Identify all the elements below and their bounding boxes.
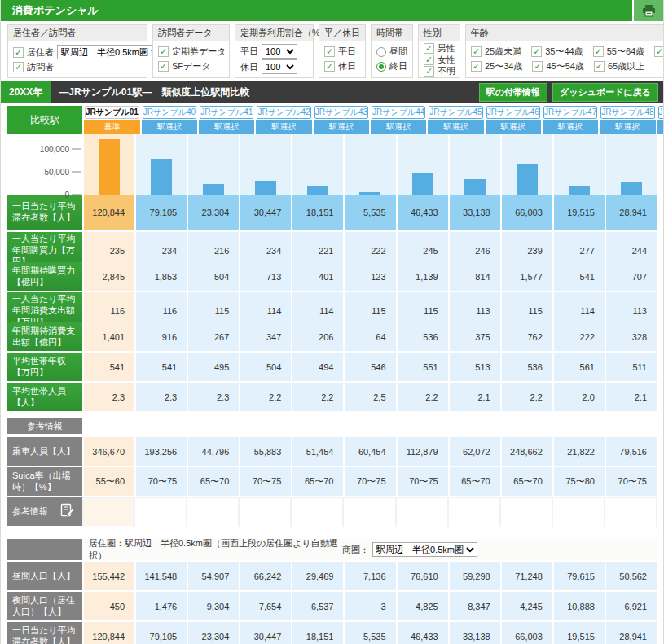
age-r1-0-checkbox[interactable]: ✓ (471, 46, 482, 57)
bottom-cell: 8,347 (448, 592, 500, 622)
trade-area-select[interactable]: 駅周辺 半径0.5km圏 (372, 542, 477, 557)
main-row-label: 年間期待購買力【億円】 (7, 262, 82, 292)
main-cell: 2.3 (187, 383, 239, 413)
station-tab-4[interactable]: JRサンプル44 (372, 106, 425, 119)
gender-0-checkbox[interactable]: ✓ (424, 43, 434, 54)
station-select-button-1[interactable]: 駅選択 (199, 120, 254, 134)
station-select-button-9[interactable]: 駅選択 (657, 120, 664, 134)
visitor-data-1-checkbox[interactable]: ✓ (158, 61, 169, 72)
chart-column-9 (552, 134, 605, 195)
timeband-radio-0[interactable] (376, 47, 386, 57)
visitor-data-0-checkbox[interactable]: ✓ (158, 46, 169, 57)
age-r2-1-checkbox[interactable]: ✓ (532, 61, 543, 72)
reference-row-1: Suica率（出場時）【%】55〜6070〜7565〜7070〜7565〜707… (7, 467, 657, 497)
station-header-row: 比較駅JRサンプル01基準JRサンプル40駅選択JRサンプル41駅選択JRサンプ… (7, 106, 657, 134)
ratio-select-1[interactable]: 100 (262, 59, 297, 74)
bottom-cell: 59,298 (448, 562, 500, 592)
main-cell: 267 (187, 322, 239, 353)
station-tab-base[interactable]: JRサンプル01 (85, 106, 139, 119)
chart-bar-7 (464, 179, 486, 195)
visitor-checkbox[interactable]: ✓ (13, 62, 24, 72)
station-tab-9[interactable]: JRサンプル49 (658, 106, 664, 119)
station-tab-1[interactable]: JRサンプル41 (200, 106, 253, 119)
station-tab-6[interactable]: JRサンプル46 (486, 106, 540, 119)
bottom-cell: 30,447 (239, 622, 291, 644)
chart-bar-10 (621, 182, 642, 195)
resident-checkbox[interactable]: ✓ (13, 47, 24, 58)
weekday-0-checkbox[interactable]: ✓ (324, 46, 335, 57)
age-r1-2-item: ✓55〜64歳 (593, 46, 644, 58)
station-info-button[interactable]: 駅の付帯情報 (479, 83, 547, 102)
bottom-cell: 450 (82, 592, 134, 622)
back-to-dashboard-button[interactable]: ダッシュボードに戻る (552, 83, 658, 102)
station-select-button-2[interactable]: 駅選択 (256, 120, 311, 134)
main-cell: 19,515 (552, 195, 605, 232)
gender-2-label: 不明 (438, 66, 455, 77)
station-tab-3[interactable]: JRサンプル43 (314, 106, 368, 119)
main-row-4: 年間期待消費支出額【億円】1,4019162673472066453637576… (7, 322, 657, 353)
chart-column-8 (500, 134, 552, 195)
residential-zone-select[interactable]: 駅周辺 半径0.5km圏 (57, 45, 162, 59)
station-select-button-6[interactable]: 駅選択 (486, 120, 541, 134)
age-r1-1-checkbox[interactable]: ✓ (531, 46, 542, 57)
main-row-5: 平均世帯年収【万円】541541495504494546551513536561… (7, 353, 657, 383)
visitor-data-1-label: SFデータ (172, 60, 211, 72)
timeband-radio-1[interactable] (376, 62, 386, 72)
station-select-button-8[interactable]: 駅選択 (600, 120, 655, 134)
main-cell: 18,151 (291, 195, 343, 232)
main-cell: 206 (291, 322, 343, 353)
reference-cell: 55,883 (239, 437, 291, 467)
print-button[interactable] (632, 0, 663, 21)
bottom-cell: 6,537 (291, 592, 343, 622)
main-cell: 2.1 (448, 383, 500, 413)
resident-label: 居住者 (27, 46, 54, 59)
station-tab-5[interactable]: JRサンプル45 (429, 106, 482, 119)
bottom-cell: 10,888 (552, 592, 605, 622)
bottom-cell: 79,615 (552, 562, 605, 592)
age-r1-2-checkbox[interactable]: ✓ (593, 46, 604, 57)
note-edit-icon[interactable] (60, 503, 75, 520)
main-cell: 23,304 (187, 195, 239, 232)
station-select-button-4[interactable]: 駅選択 (371, 120, 426, 134)
visitor-data-0-label: 定期券データ (172, 46, 226, 58)
reference-section-header: 参考情報 (7, 418, 657, 434)
main-cell: 494 (291, 353, 343, 383)
main-row-3: 一人当たり平均年間消費支出額【万円】1161161151141141151151… (7, 292, 657, 322)
bottom-table: 昼間人口【人】155,442141,54854,90766,24229,4697… (7, 562, 657, 644)
station-select-button-0[interactable]: 駅選択 (142, 120, 197, 134)
age-r2-0-checkbox[interactable]: ✓ (471, 61, 482, 72)
age-r1-2-label: 55〜64歳 (607, 46, 644, 58)
main-cell: 2.1 (605, 383, 657, 413)
chart-bar-2 (203, 184, 224, 195)
reference-cell (605, 497, 657, 528)
station-select-button-7[interactable]: 駅選択 (543, 120, 598, 134)
chart-bar-3 (255, 181, 276, 195)
station-tab-7[interactable]: JRサンプル47 (543, 106, 597, 119)
reference-row-label: 参考情報 (7, 497, 82, 528)
station-tab-2[interactable]: JRサンプル42 (257, 106, 310, 119)
main-cell: 120,844 (82, 195, 134, 232)
main-cell: 713 (239, 262, 291, 292)
reference-cell: 65〜70 (500, 467, 552, 497)
reference-cell: 65〜70 (448, 467, 500, 497)
reference-cell (187, 497, 239, 528)
station-select-button-5[interactable]: 駅選択 (428, 120, 483, 134)
panel-title: 平／休日 (319, 25, 365, 41)
main-row-6: 平均世帯人員【人】2.32.32.32.22.22.52.22.12.22.02… (7, 383, 657, 413)
ratio-select-0[interactable]: 100 (262, 44, 297, 59)
main-row-label: 年間期待消費支出額【億円】 (7, 322, 82, 353)
main-cell: 495 (187, 353, 239, 383)
station-tab-0[interactable]: JRサンプル40 (143, 106, 196, 119)
station-tab-8[interactable]: JRサンプル48 (600, 106, 654, 119)
age-r1-3-checkbox[interactable]: ✓ (654, 46, 664, 57)
gender-1-checkbox[interactable]: ✓ (424, 55, 434, 65)
main-row-label: 平均世帯年収【万円】 (7, 353, 82, 383)
gender-2-item: ✓不明 (424, 66, 455, 77)
age-r2-2-checkbox[interactable]: ✓ (594, 61, 605, 72)
main-cell: 28,941 (605, 195, 657, 232)
age-r2-1-item: ✓45〜54歳 (532, 60, 583, 72)
weekday-1-checkbox[interactable]: ✓ (324, 61, 335, 72)
app-header: 消費ポテンシャル (1, 0, 663, 21)
gender-2-checkbox[interactable]: ✓ (424, 66, 434, 77)
station-select-button-3[interactable]: 駅選択 (314, 120, 369, 134)
